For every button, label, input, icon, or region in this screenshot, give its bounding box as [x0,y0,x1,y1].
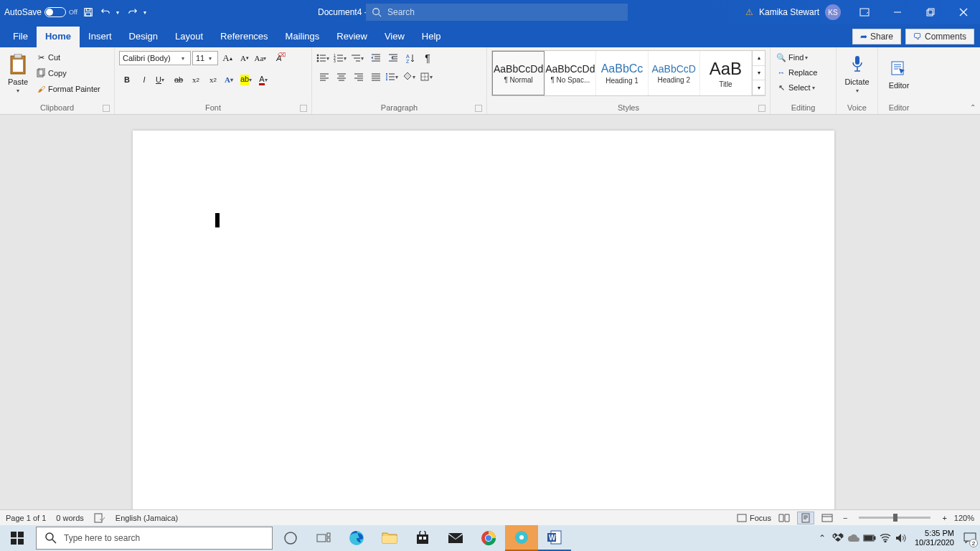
subscript-button[interactable]: x2 [188,72,204,88]
web-layout-icon[interactable] [819,512,836,524]
dialog-launcher-icon[interactable] [103,105,110,112]
print-layout-icon[interactable] [797,512,814,524]
tab-review[interactable]: Review [328,27,376,47]
read-mode-icon[interactable] [776,512,793,524]
focus-mode-button[interactable]: Focus [737,514,771,522]
word-taskbar-icon[interactable]: W [538,525,571,551]
mail-icon[interactable] [439,525,472,551]
style-heading-2[interactable]: AaBbCcDHeading 2 [649,51,700,95]
explorer-icon[interactable] [373,525,406,551]
change-case-button[interactable]: Aa▾ [254,50,270,66]
gallery-up-icon[interactable]: ▴ [753,51,765,66]
multilevel-list-button[interactable]: ▾ [351,50,367,66]
volume-icon[interactable] [893,525,909,551]
search-box[interactable]: Search [366,4,628,21]
page-count[interactable]: Page 1 of 1 [6,514,46,522]
style-normal[interactable]: AaBbCcDd¶ Normal [492,51,545,95]
battery-icon[interactable] [862,525,877,551]
app-running-icon[interactable] [505,525,538,551]
undo-dropdown-icon[interactable]: ▾ [116,9,122,16]
minimize-icon[interactable] [881,0,914,24]
store-icon[interactable] [406,525,439,551]
wifi-icon[interactable] [877,525,893,551]
italic-button[interactable]: I [136,72,152,88]
clear-formatting-button[interactable]: A⌫ [271,50,287,66]
style-heading-1[interactable]: AaBbCcHeading 1 [596,51,648,95]
dropbox-icon[interactable] [830,525,846,551]
editor-button[interactable]: Editor [881,49,917,98]
edge-icon[interactable] [340,525,373,551]
collapse-ribbon-icon[interactable]: ⌃ [970,103,976,111]
decrease-indent-button[interactable] [368,50,384,66]
zoom-slider[interactable] [859,517,930,519]
comments-button[interactable]: 🗨Comments [905,29,974,44]
start-button[interactable] [0,525,34,551]
align-right-button[interactable] [351,69,367,85]
language-status[interactable]: English (Jamaica) [116,514,178,522]
shading-button[interactable]: ▾ [402,69,418,85]
close-icon[interactable] [947,0,980,24]
highlight-button[interactable]: ab▾ [240,72,255,88]
share-button[interactable]: ➦Share [852,29,901,44]
dialog-launcher-icon[interactable] [475,105,482,112]
text-effects-button[interactable]: A▾ [222,72,238,88]
restore-icon[interactable] [914,0,947,24]
task-view-icon[interactable] [307,525,340,551]
qat-customize-icon[interactable]: ▾ [143,9,149,16]
strikethrough-button[interactable]: ab [171,72,187,88]
superscript-button[interactable]: x2 [205,72,221,88]
chrome-icon[interactable] [472,525,505,551]
align-left-button[interactable] [316,69,332,85]
tab-references[interactable]: References [212,27,276,47]
cortana-icon[interactable] [274,525,307,551]
taskbar-search[interactable]: Type here to search [36,527,273,550]
tab-view[interactable]: View [376,27,413,47]
save-icon[interactable] [82,6,95,19]
ribbon-display-icon[interactable] [848,0,881,24]
autosave-toggle[interactable]: AutoSave Off [4,7,77,17]
tab-file[interactable]: File [4,27,37,47]
action-center-icon[interactable]: 2 [960,525,980,551]
numbering-button[interactable]: 123▾ [334,50,349,66]
justify-button[interactable] [368,69,384,85]
show-marks-button[interactable]: ¶ [420,50,435,66]
zoom-in-button[interactable]: + [939,514,949,522]
redo-icon[interactable] [126,6,139,19]
word-count[interactable]: 0 words [56,514,84,522]
bullets-button[interactable]: ▾ [316,50,332,66]
dialog-launcher-icon[interactable] [300,105,307,112]
tray-overflow-icon[interactable]: ⌃ [814,525,830,551]
align-center-button[interactable] [334,69,349,85]
select-button[interactable]: ↖Select▾ [773,80,820,95]
grow-font-button[interactable]: A▴ [220,50,235,66]
document-area[interactable] [0,115,980,524]
tab-help[interactable]: Help [413,27,450,47]
replace-button[interactable]: ↔Replace [773,65,820,80]
system-clock[interactable]: 5:35 PM 10/31/2020 [909,529,960,547]
spellcheck-icon[interactable] [94,513,105,523]
zoom-level[interactable]: 120% [954,514,974,522]
borders-button[interactable]: ▾ [420,69,435,85]
paste-button[interactable]: Paste ▾ [3,49,33,98]
tab-home[interactable]: Home [37,27,80,47]
style-no-spacing[interactable]: AaBbCcDd¶ No Spac... [545,51,596,95]
onedrive-icon[interactable] [846,525,862,551]
shrink-font-button[interactable]: A▾ [237,50,253,66]
dictate-button[interactable]: Dictate ▾ [839,49,875,98]
font-name-combobox[interactable]: Calibri (Body)▾ [119,51,191,65]
avatar[interactable]: KS [825,4,841,20]
tab-mailings[interactable]: Mailings [277,27,329,47]
copy-button[interactable]: Copy [33,66,103,80]
bold-button[interactable]: B [119,72,135,88]
undo-icon[interactable] [99,6,112,19]
cut-button[interactable]: ✂Cut [33,50,103,65]
tab-layout[interactable]: Layout [166,27,212,47]
format-painter-button[interactable]: 🖌Format Painter [33,82,103,96]
find-button[interactable]: 🔍Find▾ [773,50,820,65]
gallery-more-icon[interactable]: ▾ [753,80,765,95]
sort-button[interactable]: AZ [402,50,418,66]
zoom-out-button[interactable]: − [840,514,850,522]
page[interactable] [133,131,834,524]
increase-indent-button[interactable] [385,50,401,66]
underline-button[interactable]: U▾ [154,72,169,88]
